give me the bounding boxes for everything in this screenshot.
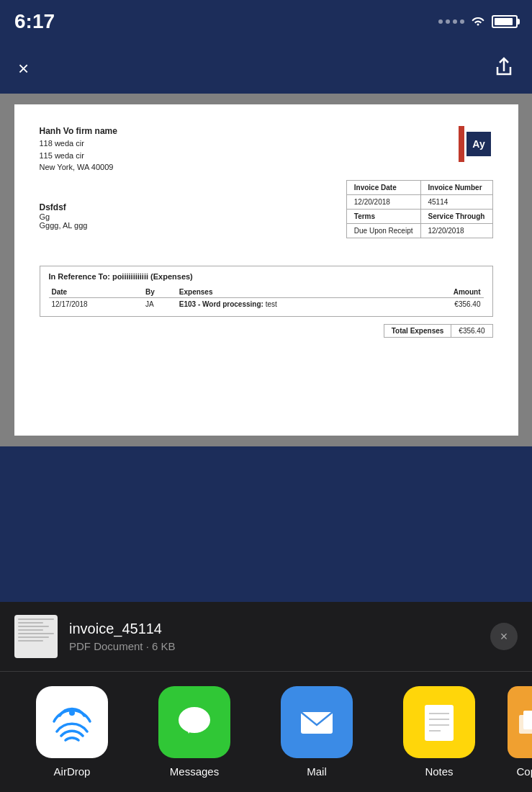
- expense-row: 12/17/2018 JA E103 - Word processing: te…: [49, 297, 484, 310]
- pdf-preview-area: Hanh Vo firm name 118 weda cir 115 weda …: [0, 94, 532, 446]
- notes-label: Notes: [425, 765, 453, 778]
- share-app-airdrop[interactable]: AirDrop: [11, 686, 133, 778]
- expenses-table: Date By Expenses Amount 12/17/2018 JA E1…: [49, 287, 484, 310]
- reference-section: In Reference To: poiiiiiiiiiiii (Expense…: [40, 266, 493, 317]
- mail-icon: [281, 686, 353, 758]
- wifi-icon: [470, 14, 486, 29]
- firm-addr: 118 weda cir 115 weda cir New York, WA 4…: [40, 138, 493, 174]
- mail-label: Mail: [307, 765, 327, 778]
- svg-rect-11: [523, 711, 532, 729]
- file-thumbnail: [14, 615, 58, 658]
- svg-rect-5: [425, 705, 454, 741]
- share-app-copy[interactable]: Copy: [500, 686, 532, 778]
- messages-icon: [158, 686, 230, 758]
- airdrop-icon: [36, 686, 108, 758]
- signal-icon: [438, 19, 464, 24]
- invoice-info-table: Invoice Date Invoice Number 12/20/2018 4…: [346, 180, 493, 238]
- status-bar: 6:17: [0, 0, 532, 43]
- nav-bar: ×: [0, 43, 532, 94]
- firm-name: Hanh Vo firm name: [40, 126, 493, 136]
- file-details: invoice_45114 PDF Document · 6 KB: [69, 621, 479, 652]
- notes-icon: [403, 686, 475, 758]
- airdrop-label: AirDrop: [54, 765, 91, 778]
- file-meta: PDF Document · 6 KB: [69, 640, 479, 652]
- copy-label: Copy: [516, 765, 532, 778]
- status-time: 6:17: [14, 10, 55, 33]
- close-share-button[interactable]: ×: [490, 623, 518, 650]
- share-app-messages[interactable]: Messages: [133, 686, 256, 778]
- share-app-notes[interactable]: Notes: [378, 686, 500, 778]
- battery-icon: [492, 15, 518, 28]
- share-sheet: invoice_45114 PDF Document · 6 KB ×: [0, 602, 532, 792]
- messages-label: Messages: [170, 765, 219, 778]
- svg-point-2: [179, 707, 210, 733]
- status-icons: [438, 14, 518, 29]
- close-button[interactable]: ×: [18, 58, 29, 80]
- copy-icon: [508, 686, 532, 758]
- logo: Ay: [457, 126, 493, 162]
- reference-title: In Reference To: poiiiiiiiiiiii (Expense…: [49, 272, 484, 281]
- share-button[interactable]: [494, 55, 514, 82]
- share-apps-row: AirDrop Messages Mail: [0, 672, 532, 792]
- share-app-mail[interactable]: Mail: [256, 686, 378, 778]
- pdf-document: Hanh Vo firm name 118 weda cir 115 weda …: [14, 104, 518, 436]
- total-row: Total Expenses €356.40: [40, 324, 493, 338]
- file-name: invoice_45114: [69, 621, 479, 637]
- file-info-row: invoice_45114 PDF Document · 6 KB ×: [0, 602, 532, 672]
